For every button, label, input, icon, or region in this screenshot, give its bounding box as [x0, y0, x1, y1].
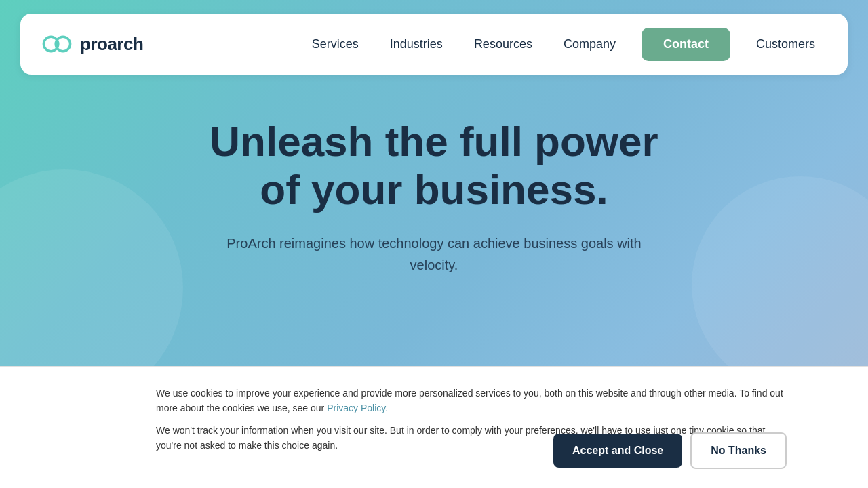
nav-resources[interactable]: Resources: [462, 32, 545, 57]
navbar: proarch Services Industries Resources Co…: [20, 14, 848, 75]
contact-button[interactable]: Contact: [642, 28, 730, 61]
cookie-text-1: We use cookies to improve your experienc…: [156, 386, 787, 416]
no-thanks-button[interactable]: No Thanks: [690, 432, 787, 469]
nav-links: Services Industries Resources Company Co…: [300, 28, 827, 61]
accept-close-button[interactable]: Accept and Close: [553, 434, 682, 468]
nav-customers[interactable]: Customers: [744, 32, 827, 57]
cookie-banner: We use cookies to improve your experienc…: [0, 366, 868, 488]
cookie-buttons: Accept and Close No Thanks: [553, 432, 787, 469]
logo-text: proarch: [80, 34, 143, 55]
hero-title: Unleash the full power of your business.: [210, 117, 658, 214]
nav-industries[interactable]: Industries: [378, 32, 455, 57]
logo: proarch: [41, 33, 143, 55]
nav-company[interactable]: Company: [551, 32, 628, 57]
nav-services[interactable]: Services: [300, 32, 371, 57]
hero-subtitle: ProArch reimagines how technology can ac…: [224, 232, 644, 276]
privacy-policy-link[interactable]: Privacy Policy.: [327, 403, 388, 413]
proarch-logo-icon: [41, 33, 73, 55]
